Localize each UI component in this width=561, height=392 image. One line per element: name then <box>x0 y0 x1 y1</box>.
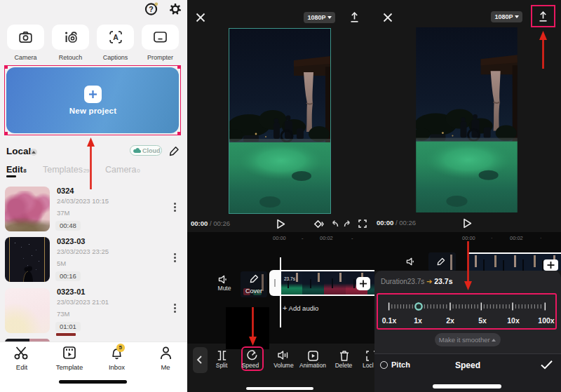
svg-text:A: A <box>113 33 119 41</box>
svg-text:?: ? <box>149 5 153 13</box>
